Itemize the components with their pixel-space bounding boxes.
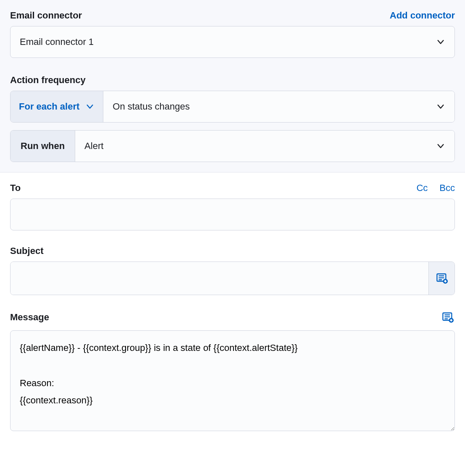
message-label: Message — [10, 312, 49, 323]
add-connector-link[interactable]: Add connector — [390, 10, 455, 21]
variable-icon — [442, 311, 454, 323]
run-when-label: Run when — [11, 131, 75, 162]
insert-variable-button[interactable] — [428, 262, 454, 295]
run-when-select[interactable]: Alert — [75, 131, 454, 162]
email-connector-value: Email connector 1 — [20, 37, 94, 47]
message-textarea[interactable] — [10, 330, 455, 431]
run-when-value: Alert — [84, 141, 103, 152]
to-label: To — [10, 183, 21, 194]
insert-variable-message-button[interactable] — [441, 310, 455, 324]
email-connector-select[interactable]: Email connector 1 — [10, 26, 455, 58]
frequency-scope-select[interactable]: For each alert — [11, 91, 103, 122]
action-frequency-label: Action frequency — [10, 75, 86, 86]
subject-field — [10, 262, 455, 295]
chevron-down-icon — [85, 102, 95, 111]
subject-label: Subject — [10, 246, 43, 256]
frequency-scope-row: For each alert On status changes — [10, 91, 455, 123]
email-connector-label: Email connector — [10, 10, 82, 21]
run-when-row: Run when Alert — [10, 130, 455, 162]
chevron-down-icon — [436, 141, 445, 151]
frequency-scope-value: For each alert — [19, 101, 79, 112]
cc-toggle[interactable]: Cc — [416, 183, 428, 194]
frequency-trigger-value: On status changes — [113, 101, 189, 112]
chevron-down-icon — [436, 37, 445, 47]
bcc-toggle[interactable]: Bcc — [439, 183, 455, 194]
chevron-down-icon — [436, 102, 445, 111]
subject-input[interactable] — [11, 262, 428, 295]
frequency-trigger-select[interactable]: On status changes — [103, 91, 454, 122]
variable-icon — [436, 272, 448, 284]
to-input[interactable] — [10, 199, 455, 230]
